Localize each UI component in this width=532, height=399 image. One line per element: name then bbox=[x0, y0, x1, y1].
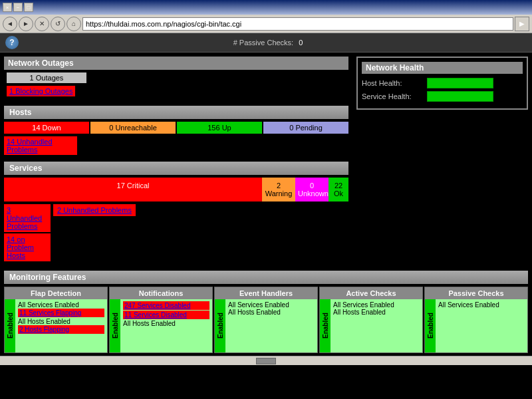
services-left-detail: 3 Unhandled Problems 14 on Problem Hosts bbox=[4, 204, 51, 261]
scrollbar-thumb[interactable] bbox=[256, 358, 276, 364]
notifications-services-disabled-link[interactable]: 247 Services Disabled bbox=[123, 301, 209, 310]
host-health-label: Host Health: bbox=[362, 79, 422, 87]
outages-count: 1 Outages bbox=[7, 72, 86, 83]
hosts-pending-stat: 0 Pending bbox=[263, 122, 348, 134]
flap-detection-col: Flap Detection Enabled All Services Enab… bbox=[4, 287, 108, 353]
outages-content: 1 Outages 1 Blocking Outages bbox=[4, 70, 348, 99]
services-ok-stat: 22 Ok bbox=[329, 178, 348, 201]
network-health-section: Network Health Host Health: Service Heal… bbox=[356, 57, 528, 110]
passive-checks-value: 0 bbox=[299, 39, 303, 47]
passive-checks-content: All Services Enabled bbox=[436, 299, 527, 352]
service-health-label: Service Health: bbox=[362, 92, 422, 100]
network-outages-header: Network Outages bbox=[4, 57, 348, 70]
services-detail: 3 Unhandled Problems 14 on Problem Hosts… bbox=[4, 204, 348, 261]
event-handlers-services-text: All Services Enabled bbox=[228, 301, 289, 309]
event-handlers-hosts-text: All Hosts Enabled bbox=[228, 309, 281, 316]
monitoring-features-header: Monitoring Features bbox=[4, 271, 528, 284]
flap-services-flapping-link[interactable]: 11 Services Flapping bbox=[18, 309, 104, 317]
top-bar: ? # Passive Checks: 0 bbox=[0, 33, 532, 53]
notifications-col: Notifications Enabled 247 Services Disab… bbox=[109, 287, 213, 353]
refresh-button[interactable]: ↺ bbox=[51, 17, 65, 31]
horizontal-scrollbar[interactable] bbox=[0, 356, 532, 365]
close-button[interactable]: × bbox=[3, 3, 12, 12]
flap-detection-content: All Services Enabled 11 Services Flappin… bbox=[15, 299, 107, 352]
hosts-down-stat: 14 Down bbox=[4, 122, 89, 134]
services-grid: 17 Critical 2 Warning 0 Unknown 22 Ok bbox=[4, 178, 348, 201]
flap-all-hosts-text: All Hosts Enabled bbox=[18, 318, 70, 325]
active-checks-header: Active Checks bbox=[320, 287, 422, 299]
hosts-grid: 14 Down 0 Unreachable 156 Up 0 Pending bbox=[4, 122, 348, 134]
monitoring-features-section: Monitoring Features Flap Detection Enabl… bbox=[0, 271, 532, 353]
top-bar-left: ? bbox=[5, 36, 19, 49]
passive-checks-bar: # Passive Checks: 0 bbox=[233, 39, 303, 47]
monitoring-grid: Flap Detection Enabled All Services Enab… bbox=[4, 287, 528, 353]
active-checks-content: All Services Enabled All Hosts Enabled bbox=[331, 299, 422, 352]
window-controls: × − □ bbox=[3, 3, 33, 12]
active-checks-hosts-text: All Hosts Enabled bbox=[333, 309, 386, 316]
host-health-row: Host Health: bbox=[362, 78, 523, 88]
passive-checks-enabled-label: Enabled bbox=[425, 299, 436, 352]
notifications-enabled-label: Enabled bbox=[110, 299, 120, 352]
flap-detection-header: Flap Detection bbox=[5, 287, 107, 299]
hosts-header: Hosts bbox=[4, 106, 348, 119]
services-right-detail: 2 Unhandled Problems bbox=[53, 204, 136, 261]
services-critical-stat: 17 Critical bbox=[4, 178, 262, 201]
passive-checks-col-header: Passive Checks bbox=[425, 287, 527, 299]
service-health-row: Service Health: bbox=[362, 91, 523, 102]
active-checks-enabled-label: Enabled bbox=[320, 299, 331, 352]
passive-checks-label: # Passive Checks: bbox=[233, 39, 293, 47]
hosts-detail: 14 Unhandled Problems bbox=[4, 136, 348, 156]
notifications-all-hosts-text: All Hosts Enabled bbox=[123, 320, 176, 327]
network-health-title: Network Health bbox=[362, 62, 523, 74]
network-outages-section: Network Outages 1 Outages 1 Blocking Out… bbox=[4, 57, 348, 99]
notifications-body: Enabled 247 Services Disabled 11 Service… bbox=[110, 299, 212, 352]
address-bar[interactable] bbox=[82, 17, 513, 31]
help-icon[interactable]: ? bbox=[5, 36, 19, 49]
services-header: Services bbox=[4, 162, 348, 175]
notifications-header: Notifications bbox=[110, 287, 212, 299]
flap-all-services-text: All Services Enabled bbox=[18, 301, 79, 309]
passive-checks-col: Passive Checks Enabled All Services Enab… bbox=[424, 287, 528, 353]
event-handlers-col: Event Handlers Enabled All Services Enab… bbox=[214, 287, 318, 353]
minimize-button[interactable]: − bbox=[13, 3, 23, 12]
services-unknown-stat: 0 Unknown bbox=[295, 178, 329, 201]
url-input[interactable] bbox=[86, 20, 510, 28]
event-handlers-header: Event Handlers bbox=[215, 287, 317, 299]
back-button[interactable]: ◄ bbox=[3, 17, 17, 31]
flap-hosts-flapping-link[interactable]: 2 Hosts Flapping bbox=[18, 325, 104, 334]
event-handlers-content: All Services Enabled All Hosts Enabled bbox=[225, 299, 317, 352]
home-button[interactable]: ⌂ bbox=[66, 17, 81, 31]
right-panel: Network Health Host Health: Service Heal… bbox=[352, 53, 532, 271]
hosts-up-stat: 156 Up bbox=[177, 122, 262, 134]
title-bar: × − □ bbox=[0, 0, 532, 15]
event-handlers-enabled-label: Enabled bbox=[215, 299, 225, 352]
hosts-unreachable-stat: 0 Unreachable bbox=[90, 122, 176, 134]
stop-button[interactable]: ✕ bbox=[35, 17, 49, 31]
passive-checks-services-text: All Services Enabled bbox=[438, 301, 499, 309]
forward-button[interactable]: ► bbox=[19, 17, 33, 31]
blocking-outages-link[interactable]: 1 Blocking Outages bbox=[7, 86, 75, 96]
flap-detection-body: Enabled All Services Enabled 11 Services… bbox=[5, 299, 107, 352]
passive-checks-body: Enabled All Services Enabled bbox=[425, 299, 527, 352]
active-checks-body: Enabled All Services Enabled All Hosts E… bbox=[320, 299, 422, 352]
browser-toolbar: ◄ ► ✕ ↺ ⌂ ▶ bbox=[0, 15, 532, 33]
services-problem-hosts-link[interactable]: 14 on Problem Hosts bbox=[4, 233, 51, 261]
hosts-unhandled-link[interactable]: 14 Unhandled Problems bbox=[4, 136, 77, 155]
hosts-section: Hosts 14 Down 0 Unreachable 156 Up 0 Pen… bbox=[4, 106, 348, 156]
event-handlers-body: Enabled All Services Enabled All Hosts E… bbox=[215, 299, 317, 352]
notifications-services-disabled2-link[interactable]: 11 Services Disabled bbox=[123, 311, 209, 319]
browser-window: × − □ ◄ ► ✕ ↺ ⌂ ▶ bbox=[0, 0, 532, 33]
left-panel: Network Outages 1 Outages 1 Blocking Out… bbox=[0, 53, 352, 271]
go-button[interactable]: ▶ bbox=[515, 17, 529, 31]
main-layout: Network Outages 1 Outages 1 Blocking Out… bbox=[0, 53, 532, 271]
maximize-button[interactable]: □ bbox=[24, 3, 33, 12]
active-checks-col: Active Checks Enabled All Services Enabl… bbox=[319, 287, 423, 353]
page-content: ? # Passive Checks: 0 Network Outages 1 … bbox=[0, 33, 532, 392]
services-warning-stat: 2 Warning bbox=[262, 178, 295, 201]
service-health-bar bbox=[427, 91, 493, 102]
services-unhandled-link2[interactable]: 2 Unhandled Problems bbox=[53, 204, 136, 216]
services-unhandled-link1[interactable]: 3 Unhandled Problems bbox=[4, 204, 51, 232]
flap-detection-enabled-label: Enabled bbox=[5, 299, 15, 352]
notifications-content: 247 Services Disabled 11 Services Disabl… bbox=[120, 299, 212, 352]
services-section: Services 17 Critical 2 Warning 0 Unknown bbox=[4, 162, 348, 261]
